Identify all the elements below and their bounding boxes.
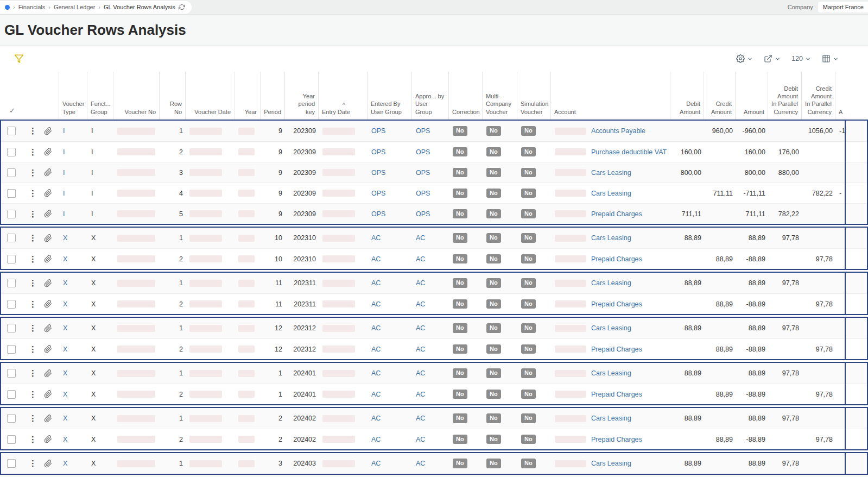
account-link[interactable]: Prepaid Charges xyxy=(591,436,642,443)
breadcrumb-item-general-ledger[interactable]: General Ledger xyxy=(54,4,95,10)
row-checkbox[interactable] xyxy=(7,345,16,354)
export-button[interactable] xyxy=(764,54,781,63)
account-link[interactable]: Cars Leasing xyxy=(591,169,631,177)
attachment-icon[interactable] xyxy=(44,415,52,423)
row-checkbox[interactable] xyxy=(7,255,16,263)
voucher_type-link[interactable]: I xyxy=(63,210,65,218)
approved_by-link[interactable]: AC xyxy=(416,324,425,332)
approved_by-link[interactable]: AC xyxy=(416,369,425,377)
select-all-check-icon[interactable]: ✓ xyxy=(3,106,21,116)
account-link[interactable]: Purchase deductible VAT xyxy=(591,148,667,156)
account-link[interactable]: Cars Leasing xyxy=(591,415,631,422)
row-checkbox[interactable] xyxy=(7,210,16,218)
voucher_type-link[interactable]: X xyxy=(63,436,67,443)
table-row[interactable]: ⋮II39202309OPSOPSNoNoNoCars Leasing800,0… xyxy=(1,162,867,183)
row-menu-icon[interactable]: ⋮ xyxy=(29,459,37,468)
approved_by-link[interactable]: AC xyxy=(416,234,425,242)
column-header-multi_company[interactable]: Multi-Company Voucher xyxy=(482,72,517,120)
column-header-voucher_no[interactable]: Voucher No xyxy=(113,72,159,120)
column-header-overflow[interactable]: A xyxy=(835,72,868,120)
attachment-icon[interactable] xyxy=(44,345,52,353)
account-link[interactable]: Prepaid Charges xyxy=(591,391,642,398)
column-header-voucher_date[interactable]: Voucher Date xyxy=(185,72,234,120)
filter-button[interactable] xyxy=(14,54,24,64)
voucher_type-link[interactable]: I xyxy=(63,190,65,197)
column-header-simulation[interactable]: Simulation Voucher xyxy=(517,72,550,120)
row-checkbox[interactable] xyxy=(7,390,16,399)
row-checkbox[interactable] xyxy=(7,168,16,177)
entered_by-link[interactable]: OPS xyxy=(371,210,385,218)
row-menu-icon[interactable]: ⋮ xyxy=(29,413,37,423)
column-header-entered_by[interactable]: Entered By User Group xyxy=(367,72,411,120)
approved_by-link[interactable]: OPS xyxy=(416,127,430,135)
row-menu-icon[interactable]: ⋮ xyxy=(29,147,37,157)
table-row[interactable]: ⋮II49202309OPSOPSNoNoNoCars Leasing711,1… xyxy=(1,183,867,203)
column-header-period[interactable]: Period xyxy=(260,72,284,120)
voucher_type-link[interactable]: X xyxy=(63,346,67,353)
attachment-icon[interactable] xyxy=(44,148,52,156)
row-menu-icon[interactable]: ⋮ xyxy=(29,254,37,264)
entered_by-link[interactable]: AC xyxy=(371,324,381,332)
column-header-voucher_type[interactable]: Voucher Type xyxy=(59,72,87,120)
approved_by-link[interactable]: AC xyxy=(416,391,425,398)
approved_by-link[interactable]: OPS xyxy=(416,148,430,156)
column-header-year[interactable]: Year xyxy=(234,72,260,120)
account-link[interactable]: Cars Leasing xyxy=(591,279,631,287)
column-header-credit_parallel[interactable]: Credit Amount In Parallel Currency xyxy=(801,72,835,120)
entered_by-link[interactable]: AC xyxy=(371,460,381,467)
approved_by-link[interactable]: AC xyxy=(416,279,425,287)
column-header-row_no[interactable]: Row No xyxy=(159,72,185,120)
column-header-approved_by[interactable]: Appro... by User Group xyxy=(411,72,448,120)
entered_by-link[interactable]: OPS xyxy=(371,127,385,135)
voucher_type-link[interactable]: X xyxy=(63,369,67,377)
column-header-credit[interactable]: Credit Amount xyxy=(704,72,735,120)
approved_by-link[interactable]: AC xyxy=(416,346,425,353)
account-link[interactable]: Cars Leasing xyxy=(591,324,631,332)
table-row[interactable]: ⋮XX110202310ACACNoNoNoCars Leasing88,898… xyxy=(1,228,867,248)
account-link[interactable]: Cars Leasing xyxy=(591,234,631,242)
row-menu-icon[interactable]: ⋮ xyxy=(29,168,37,178)
voucher_type-link[interactable]: I xyxy=(63,127,65,135)
attachment-icon[interactable] xyxy=(44,390,52,398)
account-link[interactable]: Cars Leasing xyxy=(591,190,631,197)
attachment-icon[interactable] xyxy=(44,255,52,263)
table-row[interactable]: ⋮XX21202401ACACNoNoNoPrepaid Charges88,8… xyxy=(1,384,867,404)
account-link[interactable]: Prepaid Charges xyxy=(591,210,642,218)
approved_by-link[interactable]: OPS xyxy=(416,190,430,197)
view-selector[interactable] xyxy=(822,54,839,63)
entered_by-link[interactable]: AC xyxy=(371,369,381,377)
table-row[interactable]: ⋮XX111202311ACACNoNoNoCars Leasing88,898… xyxy=(1,273,867,293)
account-link[interactable]: Cars Leasing xyxy=(591,460,631,467)
row-checkbox[interactable] xyxy=(7,279,16,287)
row-checkbox[interactable] xyxy=(7,435,16,444)
row-menu-icon[interactable]: ⋮ xyxy=(29,344,37,354)
column-header-debit[interactable]: Debit Amount xyxy=(670,72,704,120)
row-checkbox[interactable] xyxy=(7,127,16,135)
column-header-debit_parallel[interactable]: Debit Amount In Parallel Currency xyxy=(768,72,801,120)
entered_by-link[interactable]: AC xyxy=(371,255,381,263)
row-checkbox[interactable] xyxy=(7,459,16,468)
table-row[interactable]: ⋮XX212202312ACACNoNoNoPrepaid Charges88,… xyxy=(1,338,867,359)
entered_by-link[interactable]: AC xyxy=(371,234,381,242)
account-link[interactable]: Prepaid Charges xyxy=(591,255,642,263)
approved_by-link[interactable]: AC xyxy=(416,436,425,443)
row-menu-icon[interactable]: ⋮ xyxy=(29,126,37,136)
approved_by-link[interactable]: AC xyxy=(416,300,425,308)
attachment-icon[interactable] xyxy=(44,189,52,197)
entered_by-link[interactable]: AC xyxy=(371,300,381,308)
entered_by-link[interactable]: OPS xyxy=(371,169,385,177)
approved_by-link[interactable]: OPS xyxy=(416,210,430,218)
account-link[interactable]: Cars Leasing xyxy=(591,369,631,377)
app-icon[interactable] xyxy=(5,5,10,10)
account-link[interactable]: Accounts Payable xyxy=(591,127,645,135)
attachment-icon[interactable] xyxy=(44,435,52,443)
row-menu-icon[interactable]: ⋮ xyxy=(29,390,37,399)
voucher_type-link[interactable]: X xyxy=(63,415,67,422)
voucher_type-link[interactable]: X xyxy=(63,300,67,308)
column-header-account[interactable]: Account xyxy=(550,72,670,120)
account-link[interactable]: Prepaid Charges xyxy=(591,300,642,308)
attachment-icon[interactable] xyxy=(44,460,52,468)
attachment-icon[interactable] xyxy=(44,168,52,177)
row-menu-icon[interactable]: ⋮ xyxy=(29,299,37,309)
entered_by-link[interactable]: AC xyxy=(371,436,381,443)
